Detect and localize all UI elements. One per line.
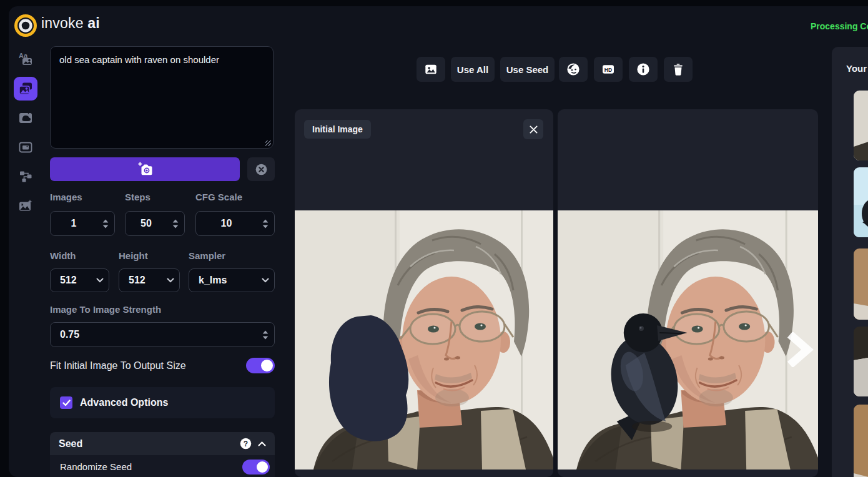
seed-accordion-body: Randomize Seed [50,455,275,477]
sidebar-item-inpainting[interactable] [14,106,37,130]
randomize-seed-toggle[interactable] [242,460,270,475]
gallery-thumbnail[interactable] [854,405,868,477]
prompt-input[interactable]: old sea captain with raven on shoulder [50,46,274,149]
text-to-image-icon: Aa [17,51,34,67]
invoke-logo-icon [14,14,37,37]
thumbnail-image [854,248,868,320]
thumbnail-image [854,167,868,237]
info-button[interactable] [629,57,658,82]
brand-regular: invoke [41,15,84,31]
gallery-thumbnail[interactable] [854,327,868,396]
image-icon [424,62,438,76]
sidebar-item-outpainting[interactable] [14,135,37,159]
gallery-thumbnail[interactable] [854,167,868,237]
stepper-icon[interactable] [257,219,274,229]
nodes-icon [17,169,34,185]
upscale-button[interactable]: HD [594,57,623,82]
steps-label: Steps [125,192,150,202]
steps-value: 50 [126,218,167,229]
gallery-thumbnail[interactable] [854,248,868,320]
info-icon [636,62,651,77]
inpainting-icon [17,110,34,126]
next-image-button[interactable] [787,332,814,370]
chevron-right-icon [787,332,814,367]
gallery-thumbnail[interactable] [854,91,868,160]
images-value: 1 [51,218,97,229]
strength-input[interactable]: 0.75 [50,322,275,347]
fit-initial-image-label: Fit Initial Image To Output Size [50,360,186,371]
strength-label: Image To Image Strength [50,304,161,315]
height-label: Height [119,250,148,261]
chevron-down-icon [91,278,109,283]
chevron-down-icon [257,278,274,283]
thumbnail-image [854,405,868,477]
width-select[interactable]: 512 [50,268,109,292]
images-input[interactable]: 1 [50,211,115,236]
result-image-panel [558,109,818,477]
randomize-seed-label: Randomize Seed [60,461,132,472]
fit-initial-image-toggle[interactable] [246,358,275,373]
thumbnail-image [854,91,868,160]
thumbnail-image [854,327,868,396]
gallery-title: Your Invocations [846,63,868,74]
svg-text:HD: HD [604,67,612,73]
cfg-scale-value: 10 [196,218,257,229]
stepper-icon[interactable] [97,219,114,229]
use-all-button[interactable]: Use All [451,57,495,82]
close-circle-icon [254,162,269,177]
cfg-scale-input[interactable]: 10 [195,211,275,236]
height-value: 512 [119,275,162,286]
sidebar-item-post-processing[interactable] [14,194,37,218]
initial-image[interactable] [295,210,553,470]
gallery-panel: Your Invocations [832,47,868,477]
sidebar-item-nodes[interactable] [14,165,37,189]
steps-input[interactable]: 50 [125,211,185,236]
chevron-down-icon [162,278,179,283]
processing-status: Processing Complete [811,21,868,31]
images-label: Images [50,192,82,202]
result-image[interactable] [558,210,818,470]
stepper-icon[interactable] [167,219,184,229]
app-window: invoke ai Processing Complete Aa [9,6,868,477]
image-to-image-icon [17,81,34,97]
help-icon: ? [240,438,252,450]
delete-image-button[interactable] [664,57,693,82]
toggle-knob [261,360,273,371]
post-processing-icon [17,198,34,214]
initial-image-badge: Initial Image [304,120,371,139]
cfg-scale-label: CFG Scale [195,192,242,202]
chevron-up-icon [258,441,266,446]
initial-image-close-button[interactable] [523,119,543,139]
hd-icon: HD [601,62,616,77]
sampler-label: Sampler [189,250,225,261]
check-icon [62,400,71,406]
width-value: 512 [51,275,91,286]
strength-value: 0.75 [51,329,257,340]
brand-bold: ai [87,15,100,31]
svg-text:?: ? [244,440,248,448]
outpainting-icon [17,139,34,155]
invoke-button[interactable] [50,157,240,181]
trash-icon [671,62,685,76]
stepper-icon[interactable] [257,330,274,340]
advanced-options-panel: Advanced Options [50,387,275,418]
width-label: Width [50,250,76,261]
seed-accordion-header[interactable]: Seed ? [50,432,275,455]
advanced-options-checkbox[interactable] [60,396,72,409]
prompt-field-wrap: old sea captain with raven on shoulder [50,46,274,149]
toggle-knob [257,461,268,473]
advanced-options-label: Advanced Options [80,397,168,408]
cancel-button[interactable] [247,157,275,181]
initial-image-panel: Initial Image [295,109,553,477]
use-seed-button[interactable]: Use Seed [500,57,555,82]
restore-faces-button[interactable] [559,57,588,82]
height-select[interactable]: 512 [119,268,180,292]
sidebar-item-image-to-image[interactable] [14,77,37,101]
sidebar-item-text-to-image[interactable]: Aa [14,47,37,71]
send-to-image-button[interactable] [417,57,445,82]
sampler-select[interactable]: k_lms [189,268,275,292]
sampler-value: k_lms [189,275,257,286]
brand-title: invoke ai [41,15,100,32]
camera-plus-icon [137,162,154,177]
face-icon [566,62,581,77]
